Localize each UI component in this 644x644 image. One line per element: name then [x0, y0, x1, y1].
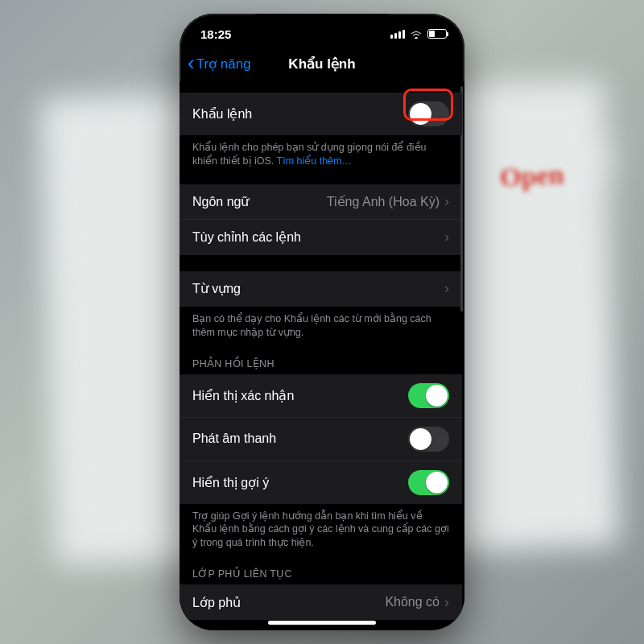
voice-control-toggle-row[interactable]: Khẩu lệnh: [180, 93, 462, 135]
settings-content: Khẩu lệnh Khẩu lệnh cho phép bạn sử dụng…: [180, 81, 464, 630]
signal-icon: [390, 30, 405, 39]
chevron-right-icon: ›: [444, 193, 449, 210]
battery-icon: [427, 29, 447, 39]
language-label: Ngôn ngữ: [192, 194, 250, 209]
vocabulary-footer: Bạn có thể dạy cho Khẩu lệnh các từ mới …: [180, 307, 462, 340]
overlay-row[interactable]: Lớp phủ Không có ›: [180, 584, 462, 620]
chevron-right-icon: ›: [444, 594, 449, 611]
page-title: Khẩu lệnh: [288, 56, 355, 72]
show-confirmation-row[interactable]: Hiển thị xác nhận: [180, 374, 462, 418]
nav-bar: ‹ Trợ năng Khẩu lệnh: [180, 46, 464, 81]
status-time: 18:25: [200, 27, 231, 41]
learn-more-link[interactable]: Tìm hiểu thêm…: [277, 155, 352, 167]
show-hints-label: Hiển thị gợi ý: [192, 475, 269, 490]
show-confirmation-label: Hiển thị xác nhận: [192, 388, 294, 403]
back-button[interactable]: ‹ Trợ năng: [188, 56, 251, 72]
wifi-icon: [410, 29, 423, 39]
language-row[interactable]: Ngôn ngữ Tiếng Anh (Hoa Kỳ) ›: [180, 184, 462, 220]
section-header-overlay: LỚP PHỦ LIÊN TỤC: [180, 550, 462, 584]
show-hints-row[interactable]: Hiển thị gợi ý: [180, 461, 462, 504]
customize-label: Tùy chỉnh các lệnh: [192, 229, 301, 245]
section-header-feedback: PHẢN HỒI LỆNH: [180, 340, 462, 374]
language-value: Tiếng Anh (Hoa Kỳ): [327, 194, 444, 209]
play-sound-row[interactable]: Phát âm thanh: [180, 418, 462, 461]
show-confirmation-toggle[interactable]: [408, 383, 449, 408]
vocabulary-label: Từ vựng: [192, 281, 241, 296]
voice-control-label: Khẩu lệnh: [192, 106, 252, 122]
vocabulary-row[interactable]: Từ vựng ›: [180, 271, 462, 307]
home-indicator[interactable]: [268, 621, 376, 625]
chevron-right-icon: ›: [444, 280, 449, 297]
play-sound-toggle[interactable]: [408, 427, 449, 452]
overlay-label: Lớp phủ: [192, 595, 241, 610]
notch: [256, 14, 389, 36]
back-label: Trợ năng: [196, 56, 251, 72]
chevron-right-icon: ›: [444, 229, 449, 246]
phone-frame: 18:25 ‹ Trợ năng Khẩu lệnh Khẩu lệnh Khẩ…: [180, 14, 464, 630]
play-sound-label: Phát âm thanh: [192, 431, 276, 446]
background-open-sign: Open: [499, 159, 564, 193]
voice-control-toggle[interactable]: [408, 101, 449, 126]
feedback-footer: Trợ giúp Gợi ý lệnh hướng dẫn bạn khi tì…: [180, 504, 462, 551]
voice-control-footer: Khẩu lệnh cho phép bạn sử dụng giọng nói…: [180, 135, 462, 168]
show-hints-toggle[interactable]: [408, 470, 449, 495]
overlay-value: Không có: [385, 595, 444, 609]
customize-commands-row[interactable]: Tùy chỉnh các lệnh ›: [180, 220, 462, 255]
